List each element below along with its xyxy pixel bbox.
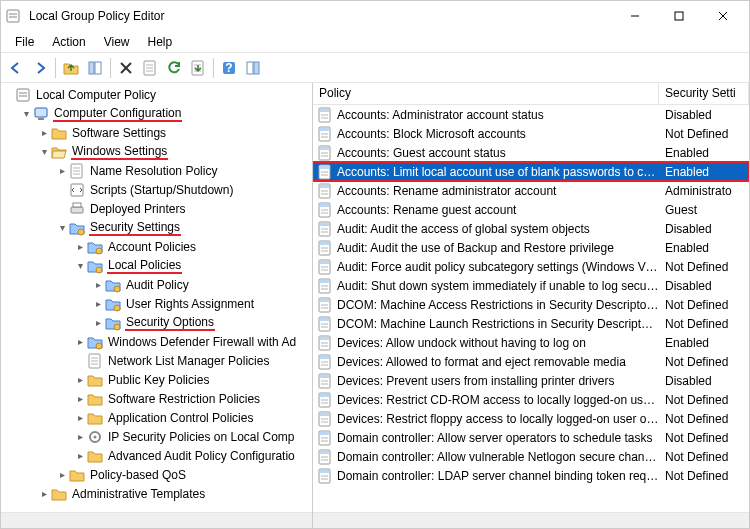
policy-row[interactable]: Audit: Audit the use of Backup and Resto… (313, 238, 749, 257)
policy-icon (317, 335, 333, 351)
back-button[interactable] (5, 57, 27, 79)
tree-expander-closed[interactable]: ▸ (73, 450, 87, 461)
tree-item-dprn[interactable]: Deployed Printers (55, 199, 312, 218)
refresh-button[interactable] (163, 57, 185, 79)
up-one-level-button[interactable] (60, 57, 82, 79)
policy-value: Enabled (659, 165, 749, 179)
maximize-button[interactable] (657, 1, 701, 31)
tree-item-aap[interactable]: ▸Advanced Audit Policy Configuratio (73, 446, 312, 465)
tree-label: Network List Manager Policies (107, 354, 270, 368)
tree-expander-closed[interactable]: ▸ (73, 412, 87, 423)
policy-row[interactable]: Devices: Allowed to format and eject rem… (313, 352, 749, 371)
policy-row[interactable]: Devices: Prevent users from installing p… (313, 371, 749, 390)
policy-value: Not Defined (659, 355, 749, 369)
forward-button[interactable] (29, 57, 51, 79)
policy-row[interactable]: Domain controller: Allow server operator… (313, 428, 749, 447)
policy-value: Disabled (659, 374, 749, 388)
tree-expander-closed[interactable]: ▸ (91, 317, 105, 328)
policy-row[interactable]: DCOM: Machine Access Restrictions in Sec… (313, 295, 749, 314)
tree-expander-closed[interactable]: ▸ (55, 469, 69, 480)
help-button[interactable]: ? (218, 57, 240, 79)
tree-scrollbar[interactable] (1, 512, 312, 528)
tree-item-adm[interactable]: ▸Administrative Templates (37, 484, 312, 503)
tree-expander-closed[interactable]: ▸ (73, 374, 87, 385)
tree-item-sw[interactable]: ▸Software Settings (37, 123, 312, 142)
tree-item-nrp[interactable]: ▸Name Resolution Policy (55, 161, 312, 180)
tree-expander-closed[interactable]: ▸ (73, 431, 87, 442)
blue-folder-icon (69, 220, 85, 236)
tree-item-secopt[interactable]: ▸Security Options (91, 313, 312, 332)
show-hide-console-tree-button[interactable] (84, 57, 106, 79)
policy-row[interactable]: DCOM: Machine Launch Restrictions in Sec… (313, 314, 749, 333)
list-body[interactable]: Accounts: Administrator account status D… (313, 105, 749, 512)
tree-item-local[interactable]: ▾Local Policies (73, 256, 312, 275)
policy-row[interactable]: Accounts: Guest account status Enabled (313, 143, 749, 162)
tree-expander-closed[interactable]: ▸ (73, 393, 87, 404)
column-security[interactable]: Security Setti (659, 83, 749, 104)
menu-help[interactable]: Help (140, 33, 181, 51)
tree-item-wdf[interactable]: ▸Windows Defender Firewall with Ad (73, 332, 312, 351)
tree-item-nlm[interactable]: Network List Manager Policies (73, 351, 312, 370)
tree-expander-closed[interactable]: ▸ (91, 279, 105, 290)
close-button[interactable] (701, 1, 745, 31)
page-icon (69, 163, 85, 179)
tree-item-pkp[interactable]: ▸Public Key Policies (73, 370, 312, 389)
tree-expander-closed[interactable]: ▸ (37, 127, 51, 138)
tree-expander-closed[interactable]: ▸ (37, 488, 51, 499)
policy-row[interactable]: Audit: Audit the access of global system… (313, 219, 749, 238)
tree-expander-closed[interactable]: ▸ (55, 165, 69, 176)
policy-row[interactable]: Accounts: Rename administrator account A… (313, 181, 749, 200)
titlebar: Local Group Policy Editor (1, 1, 749, 31)
policy-name: DCOM: Machine Access Restrictions in Sec… (337, 298, 659, 312)
policy-row[interactable]: Accounts: Rename guest account Guest (313, 200, 749, 219)
tree-expander-closed[interactable]: ▸ (91, 298, 105, 309)
menu-view[interactable]: View (96, 33, 138, 51)
policy-row[interactable]: Domain controller: Allow vulnerable Netl… (313, 447, 749, 466)
tree-expander-open[interactable]: ▾ (55, 222, 69, 233)
tree-item-scripts[interactable]: Scripts (Startup/Shutdown) (55, 180, 312, 199)
tree-item-root[interactable]: Local Computer Policy (1, 85, 312, 104)
tree-expander-open[interactable]: ▾ (37, 146, 51, 157)
tree-expander-closed[interactable]: ▸ (73, 336, 87, 347)
tree-item-ws[interactable]: ▾Windows Settings (37, 142, 312, 161)
delete-button[interactable] (115, 57, 137, 79)
policy-row[interactable]: Audit: Force audit policy subcategory se… (313, 257, 749, 276)
properties-button[interactable] (139, 57, 161, 79)
policy-icon (317, 297, 333, 313)
blue-folder-icon (87, 239, 103, 255)
tree-expander-closed[interactable]: ▸ (73, 241, 87, 252)
policy-row[interactable]: Domain controller: LDAP server channel b… (313, 466, 749, 485)
policy-row[interactable]: Audit: Shut down system immediately if u… (313, 276, 749, 295)
tree-item-sec[interactable]: ▾Security Settings (55, 218, 312, 237)
tree-item-audit[interactable]: ▸Audit Policy (91, 275, 312, 294)
policy-row[interactable]: Devices: Restrict CD-ROM access to local… (313, 390, 749, 409)
minimize-button[interactable] (613, 1, 657, 31)
policy-icon (317, 145, 333, 161)
tree-item-ipsec[interactable]: ▸IP Security Policies on Local Comp (73, 427, 312, 446)
tree-item-srp[interactable]: ▸Software Restriction Policies (73, 389, 312, 408)
export-list-button[interactable] (187, 57, 209, 79)
tree-item-qos[interactable]: ▸Policy-based QoS (55, 465, 312, 484)
policy-row[interactable]: Devices: Allow undock without having to … (313, 333, 749, 352)
column-policy[interactable]: Policy (313, 83, 659, 104)
policy-value: Not Defined (659, 431, 749, 445)
list-scrollbar[interactable] (313, 512, 749, 528)
blue-folder-icon (105, 277, 121, 293)
tree-expander-open[interactable]: ▾ (19, 108, 33, 119)
tree-pane[interactable]: Local Computer Policy ▾Computer Configur… (1, 83, 313, 528)
policy-row[interactable]: Devices: Restrict floppy access to local… (313, 409, 749, 428)
folder-icon (87, 448, 103, 464)
policy-row[interactable]: Accounts: Block Microsoft accounts Not D… (313, 124, 749, 143)
policy-value: Enabled (659, 241, 749, 255)
tree-expander-open[interactable]: ▾ (73, 260, 87, 271)
svg-rect-20 (675, 12, 683, 20)
tree-item-acct[interactable]: ▸Account Policies (73, 237, 312, 256)
tree-item-ura[interactable]: ▸User Rights Assignment (91, 294, 312, 313)
menu-file[interactable]: File (7, 33, 42, 51)
tree-item-acp[interactable]: ▸Application Control Policies (73, 408, 312, 427)
show-hide-action-pane-button[interactable] (242, 57, 264, 79)
tree-item-cc[interactable]: ▾Computer Configuration (19, 104, 312, 123)
policy-row[interactable]: Accounts: Limit local account use of bla… (313, 162, 749, 181)
policy-row[interactable]: Accounts: Administrator account status D… (313, 105, 749, 124)
menu-action[interactable]: Action (44, 33, 93, 51)
